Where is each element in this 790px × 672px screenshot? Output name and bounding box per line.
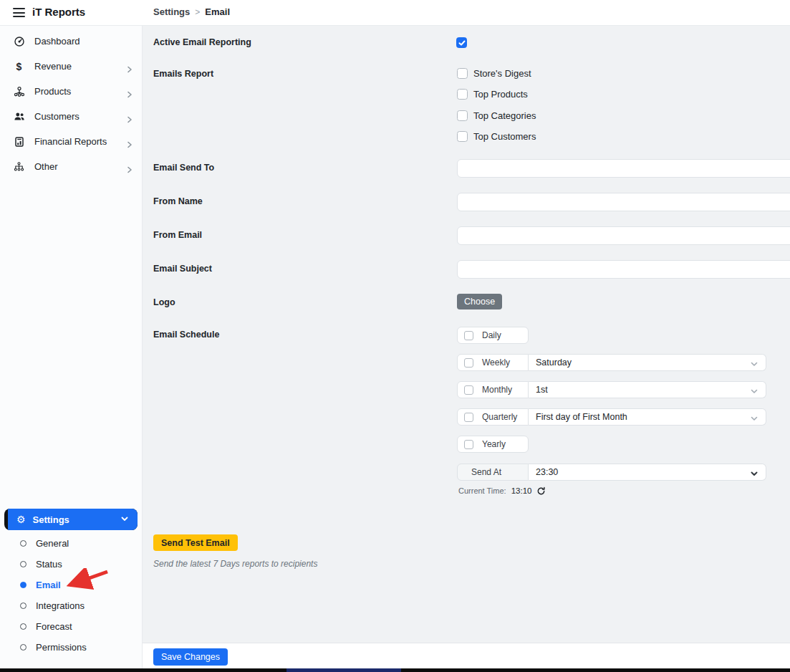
check-icon <box>458 39 466 47</box>
monthly-box: Monthly <box>457 381 529 398</box>
send-at-time-select[interactable]: 23:30 <box>529 464 766 481</box>
users-icon <box>13 110 25 123</box>
schedule-row-daily: Daily <box>457 327 529 344</box>
form-footer: Save Changes <box>143 643 790 668</box>
breadcrumb-settings[interactable]: Settings <box>153 6 190 17</box>
sidebar-item-integrations[interactable]: Integrations <box>0 595 143 616</box>
breadcrumb-separator-icon: > <box>195 7 200 17</box>
from-name-label: From Name <box>153 196 203 206</box>
active-email-reporting-label: Active Email Reporting <box>153 37 251 47</box>
breadcrumb-current: Email <box>205 6 230 17</box>
breadcrumb: Settings > Email <box>153 6 230 17</box>
emails-report-label: Emails Report <box>153 69 213 79</box>
report-option-row: Top Products <box>457 87 528 100</box>
radio-circle-icon <box>20 603 27 609</box>
sidebar-item-label: Financial Reports <box>34 136 126 147</box>
monthly-day-select[interactable]: 1st <box>529 381 766 398</box>
sidebar-item-products[interactable]: Products <box>0 79 142 104</box>
app-title: iT Reports <box>32 6 85 18</box>
quarterly-checkbox[interactable] <box>464 413 473 422</box>
report-icon <box>13 135 25 148</box>
send-test-email-button[interactable]: Send Test Email <box>153 534 238 551</box>
yearly-box: Yearly <box>457 436 529 453</box>
checkbox-label: Top Categories <box>473 110 536 121</box>
sidebar: Dashboard $ Revenue Products <box>0 26 143 668</box>
current-time-row: Current Time: 13:10 <box>458 486 546 495</box>
logo-label: Logo <box>153 297 175 307</box>
schedule-row-monthly: Monthly 1st <box>457 381 766 398</box>
email-subject-input[interactable] <box>457 260 790 279</box>
schedule-row-quarterly: Quarterly First day of First Month <box>457 408 766 426</box>
quarterly-day-select[interactable]: First day of First Month <box>529 408 766 426</box>
chevron-right-icon <box>126 88 133 95</box>
schedule-label: Yearly <box>482 439 506 449</box>
chevron-right-icon <box>126 63 133 70</box>
sidebar-settings-group: ⚙ Settings General Status <box>0 509 143 658</box>
sidebar-item-permissions[interactable]: Permissions <box>0 637 143 658</box>
chevron-down-icon <box>750 413 758 421</box>
page: iT Reports Settings > Email Dashboard $ … <box>0 0 790 672</box>
top-products-checkbox[interactable] <box>457 89 468 100</box>
hierarchy-icon <box>13 85 25 97</box>
yearly-checkbox[interactable] <box>464 440 473 449</box>
select-value: 23:30 <box>536 467 750 477</box>
send-test-note: Send the latest 7 Days reports to recipi… <box>153 559 317 569</box>
sidebar-item-label: Revenue <box>34 61 126 72</box>
from-name-input[interactable] <box>457 193 790 211</box>
report-option-row: Top Customers <box>457 130 536 143</box>
save-changes-button[interactable]: Save Changes <box>153 648 228 666</box>
sidebar-item-status[interactable]: Status <box>0 554 143 575</box>
schedule-row-weekly: Weekly Saturday <box>457 354 766 371</box>
sidebar-item-label: Dashboard <box>34 36 133 47</box>
sidebar-item-settings[interactable]: ⚙ Settings <box>4 509 138 530</box>
sidebar-item-label: Email <box>36 580 61 590</box>
top-categories-checkbox[interactable] <box>457 110 468 121</box>
daily-checkbox[interactable] <box>464 331 473 340</box>
from-email-input[interactable] <box>457 226 790 245</box>
sitemap-icon <box>13 160 25 173</box>
report-option-row: Store's Digest <box>457 67 531 80</box>
weekly-day-select[interactable]: Saturday <box>529 354 766 371</box>
settings-sub-menu: General Status Email Integrations Foreca… <box>0 533 143 658</box>
chevron-down-icon <box>750 358 758 367</box>
email-send-to-label: Email Send To <box>153 163 214 173</box>
top-customers-checkbox[interactable] <box>457 131 468 142</box>
report-option-row: Top Categories <box>457 109 536 122</box>
menu-icon[interactable] <box>13 8 25 17</box>
checkbox-label: Top Customers <box>473 131 536 142</box>
chevron-down-icon <box>750 385 758 394</box>
select-value: 1st <box>536 385 750 395</box>
email-send-to-input[interactable] <box>457 159 790 178</box>
sidebar-item-label: Forecast <box>36 621 72 632</box>
sidebar-item-other[interactable]: Other <box>0 154 142 179</box>
sidebar-item-customers[interactable]: Customers <box>0 104 142 129</box>
bottom-edge-bar <box>0 668 790 672</box>
chevron-down-icon <box>750 468 758 476</box>
sidebar-item-forecast[interactable]: Forecast <box>0 616 143 637</box>
weekly-checkbox[interactable] <box>464 358 473 368</box>
checkbox-label: Top Products <box>473 89 528 100</box>
quarterly-box: Quarterly <box>457 408 529 426</box>
sidebar-item-email[interactable]: Email <box>0 575 143 595</box>
radio-circle-icon <box>20 623 27 630</box>
sidebar-item-financial-reports[interactable]: Financial Reports <box>0 129 142 154</box>
sidebar-item-label: Customers <box>34 111 126 122</box>
schedule-row-yearly: Yearly <box>457 436 529 453</box>
sidebar-item-label: Settings <box>33 514 120 525</box>
topbar: iT Reports Settings > Email <box>0 0 790 26</box>
radio-circle-icon <box>20 540 27 547</box>
email-subject-label: Email Subject <box>153 264 212 274</box>
radio-circle-icon <box>20 644 27 651</box>
sidebar-item-general[interactable]: General <box>0 533 143 554</box>
sidebar-item-revenue[interactable]: $ Revenue <box>0 54 142 79</box>
refresh-icon[interactable] <box>536 486 546 495</box>
schedule-label: Weekly <box>482 357 510 368</box>
sidebar-item-label: General <box>36 538 69 549</box>
sidebar-item-dashboard[interactable]: Dashboard <box>0 29 142 54</box>
logo-choose-button[interactable]: Choose <box>457 294 502 309</box>
monthly-checkbox[interactable] <box>464 385 473 395</box>
stores-digest-checkbox[interactable] <box>457 68 468 79</box>
chevron-right-icon <box>126 113 133 120</box>
dollar-icon: $ <box>13 60 25 72</box>
active-email-reporting-checkbox[interactable] <box>456 37 467 48</box>
